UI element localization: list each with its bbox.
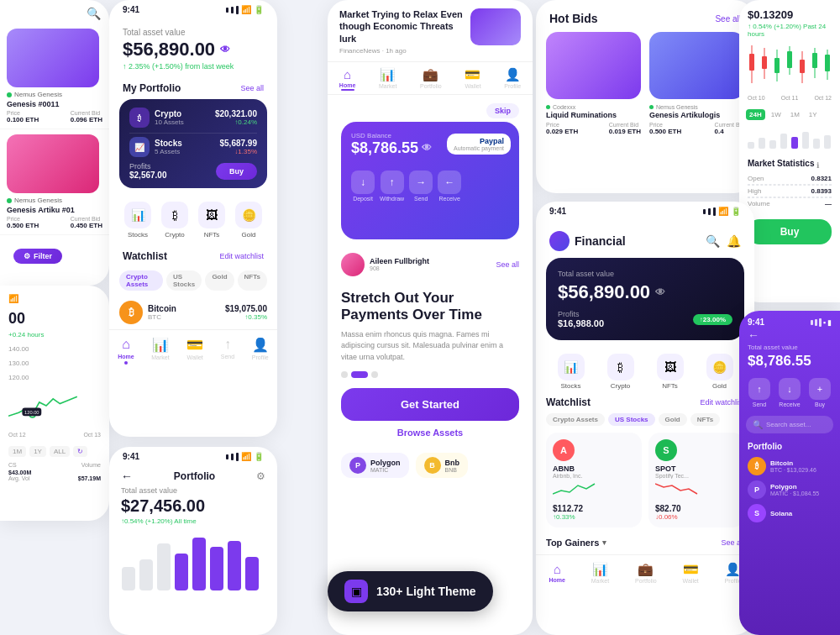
- search-fin-icon[interactable]: 🔍: [706, 234, 720, 248]
- nav-send[interactable]: ↑ Send: [221, 337, 234, 365]
- portfolio-header-row: ← Portfolio ⚙: [109, 464, 277, 485]
- fin-wallet-icon: 💳: [683, 562, 699, 577]
- tab-us-stocks[interactable]: US Stocks: [166, 270, 202, 291]
- dw-search-placeholder: Search asset...: [766, 421, 811, 428]
- financial-header: Financial 🔍 🔔: [536, 219, 754, 258]
- fq-gold[interactable]: 🪙 Gold: [706, 354, 733, 390]
- dw-search-bar[interactable]: 🔍 Search asset...: [746, 416, 833, 433]
- fq-crypto[interactable]: ₿ Crypto: [607, 354, 634, 390]
- see-all-link[interactable]: See all: [496, 260, 519, 269]
- hotbids-seeall[interactable]: See all: [715, 14, 741, 24]
- nav-profile[interactable]: 👤 Profile: [504, 67, 521, 91]
- fq-nfts[interactable]: 🖼 NFTs: [657, 354, 684, 390]
- tab-refresh[interactable]: ↻: [73, 446, 87, 457]
- dw-sig-3: [819, 318, 822, 327]
- bitcoin-item: ₿ Bitcoin BTC $19,075.00 ↑0.35%: [109, 296, 277, 329]
- dw-portfolio-label: Portfolio: [739, 437, 840, 454]
- qa-crypto[interactable]: ₿ Crypto: [161, 202, 188, 239]
- action-deposit[interactable]: ↓ Deposit: [351, 171, 375, 202]
- nav-profile[interactable]: 👤 Profile: [252, 337, 269, 365]
- fq-crypto-icon: ₿: [607, 354, 634, 380]
- hotbids-header: Hot Bids See all: [536, 0, 754, 32]
- svg-rect-17: [748, 142, 754, 149]
- svg-rect-4: [749, 54, 754, 71]
- portfolio-settings-icon[interactable]: ⚙: [256, 470, 265, 482]
- fin-watchlist-header: Watchlist Edit watchlist: [536, 393, 754, 410]
- inner-send-icon: →: [409, 171, 433, 194]
- nav-home[interactable]: ⌂ Home: [339, 67, 355, 91]
- market-stats: Market Statistics ℹ Open 0.8321 High 0.8…: [739, 154, 840, 214]
- portfolio-back-btn[interactable]: ←: [121, 470, 133, 483]
- tab-nfts[interactable]: NFTs: [238, 270, 267, 291]
- filter-button[interactable]: ⚙ Filter: [13, 249, 62, 264]
- fin-nav-home[interactable]: ⌂ Home: [549, 562, 564, 584]
- edit-watchlist[interactable]: Edit watchlist: [219, 252, 264, 260]
- chart-tab-1y[interactable]: 1Y: [806, 109, 821, 120]
- bell-fin-icon[interactable]: 🔔: [727, 234, 741, 248]
- nav-home[interactable]: ⌂ Home: [118, 337, 134, 365]
- tab-crypto-assets[interactable]: Crypto Assets: [119, 270, 163, 291]
- nav-portfolio[interactable]: 💼 Portfolio: [420, 67, 442, 91]
- nft-creator-2: Nemus Genesis: [14, 197, 62, 204]
- fin-tab-nfts[interactable]: NFTs: [690, 413, 720, 426]
- chart-tab-24h[interactable]: 24H: [746, 109, 765, 120]
- dw-send[interactable]: ↑ Send: [748, 378, 770, 407]
- action-send[interactable]: → Send: [409, 171, 433, 202]
- fin-home-icon: ⌂: [554, 562, 561, 576]
- date-oct12: Oct 12: [8, 432, 26, 438]
- polygon-coin[interactable]: P Polygon MATIC: [341, 453, 409, 478]
- portfolio-see-all[interactable]: See all: [240, 84, 264, 92]
- qa-gold[interactable]: 🪙 Gold: [235, 202, 262, 239]
- nav-market[interactable]: 📊 Market: [379, 67, 396, 91]
- fin-edit-watchlist[interactable]: Edit watchlist: [700, 398, 744, 407]
- tab-1y[interactable]: 1Y: [29, 446, 46, 457]
- nav-wallet[interactable]: 💳 Wallet: [465, 67, 480, 91]
- label-cs: CS: [8, 462, 17, 468]
- browse-assets-link[interactable]: Browse Assets: [341, 428, 519, 438]
- stocks-action-icon: 📊: [124, 202, 151, 228]
- dw-back-btn[interactable]: ←: [739, 328, 840, 344]
- tab-all[interactable]: ALL: [50, 446, 70, 457]
- nav-wallet[interactable]: 💳 Wallet: [186, 337, 203, 365]
- fin-tab-stocks[interactable]: US Stocks: [608, 413, 655, 426]
- bnb-coin[interactable]: B Bnb BNB: [416, 453, 469, 478]
- skip-button[interactable]: Skip: [486, 103, 519, 118]
- qa-nfts[interactable]: 🖼 NFTs: [198, 202, 225, 239]
- action-receive[interactable]: ← Receive: [438, 171, 461, 202]
- nft-status-dot-2: [7, 198, 12, 203]
- tab-1m[interactable]: 1M: [8, 446, 26, 457]
- wallet-change: ↑ 2.35% (+1.50%) from last week: [109, 60, 277, 77]
- fin-nav-wallet[interactable]: 💳 Wallet: [683, 562, 699, 584]
- abnb-change: ↑0.33%: [553, 513, 635, 521]
- tab-gold[interactable]: Gold: [205, 270, 234, 291]
- fq-stocks[interactable]: 📊 Stocks: [558, 354, 585, 390]
- fin-tab-gold[interactable]: Gold: [659, 413, 687, 426]
- dw-actions: ↑ Send ↓ Receive + Buy: [739, 375, 840, 412]
- creator-dot-2: [649, 105, 654, 109]
- svg-rect-21: [791, 137, 798, 149]
- dw-receive[interactable]: ↓ Receive: [779, 378, 801, 407]
- search-icon[interactable]: 🔍: [87, 7, 101, 20]
- fin-quick-actions: 📊 Stocks ₿ Crypto 🖼 NFTs 🪙 Gold: [536, 349, 754, 393]
- port-sig-1: [226, 454, 228, 459]
- svg-rect-25: [122, 567, 135, 590]
- buy-button-chart[interactable]: Buy: [748, 219, 832, 244]
- fin-nav-market[interactable]: 📊 Market: [591, 562, 609, 584]
- port-battery: 🔋: [254, 452, 264, 461]
- action-withdraw[interactable]: ↑ Withdraw: [380, 171, 404, 202]
- chart-tabs: 24H 1W 1M 1Y: [739, 104, 840, 125]
- price-140: 140.00: [8, 345, 29, 353]
- buy-button[interactable]: Buy: [216, 163, 257, 180]
- chart-tab-1m[interactable]: 1M: [787, 109, 803, 120]
- eye-icon[interactable]: 👁: [220, 44, 230, 55]
- fin-tab-crypto[interactable]: Crypto Assets: [546, 413, 605, 426]
- dc-eye[interactable]: 👁: [655, 286, 665, 298]
- article-meta: FinanceNews · 1h ago: [339, 47, 464, 55]
- dw-buy[interactable]: + Buy: [809, 378, 831, 407]
- get-started-button[interactable]: Get Started: [341, 388, 519, 421]
- qa-stocks[interactable]: 📊 Stocks: [124, 202, 151, 239]
- fin-nav-portfolio[interactable]: 💼 Portfolio: [635, 562, 657, 584]
- chart-tab-1w[interactable]: 1W: [768, 109, 785, 120]
- market-stats-title: Market Statistics: [748, 159, 814, 168]
- nav-market[interactable]: 📊 Market: [151, 337, 169, 365]
